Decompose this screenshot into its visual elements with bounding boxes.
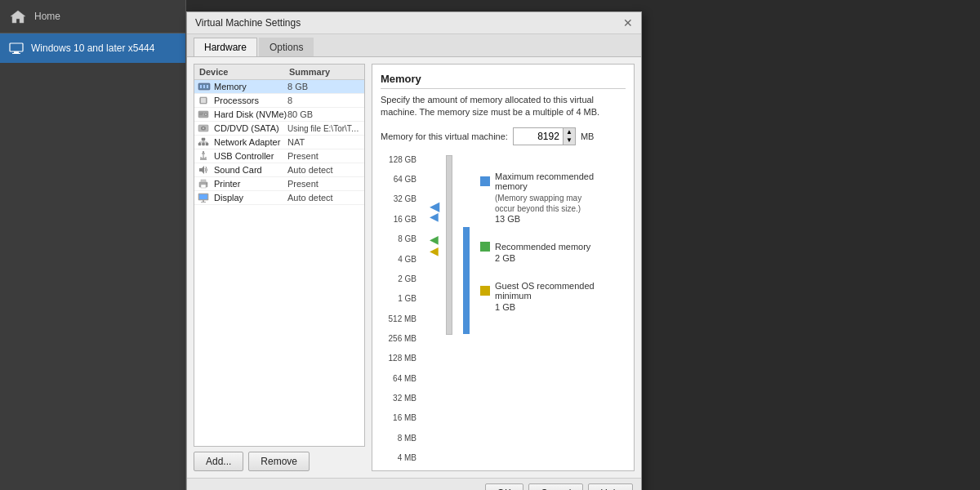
device-actions: Add... Remove [194, 452, 365, 471]
device-table-header: Device Summary [194, 65, 364, 80]
ok-button[interactable]: OK [485, 483, 523, 490]
device-row-memory[interactable]: Memory 8 GB [194, 80, 364, 94]
cddvd-icon [198, 123, 211, 133]
legend-max-row: Maximum recommended memory [480, 172, 626, 191]
svg-rect-25 [198, 143, 201, 145]
network-icon [198, 137, 211, 147]
svg-rect-37 [201, 180, 206, 182]
legend-max: Maximum recommended memory (Memory swapp… [480, 172, 626, 224]
device-summary-sound: Auto detect [287, 165, 361, 175]
add-button[interactable]: Add... [194, 452, 243, 471]
memory-spin-up[interactable]: ▲ [564, 128, 575, 136]
device-summary-printer: Present [287, 179, 361, 189]
svg-point-33 [203, 151, 204, 153]
device-name-display: Display [214, 193, 287, 203]
device-row-network[interactable]: Network Adapter NAT [194, 136, 364, 149]
close-button[interactable]: ✕ [623, 17, 633, 29]
device-row-harddisk[interactable]: Hard Disk (NVMe) 80 GB [194, 108, 364, 122]
legend-rec-color [480, 242, 490, 252]
svg-rect-27 [206, 143, 208, 145]
slider-labels: 128 GB 64 GB 32 GB 16 GB 8 GB 4 GB 2 GB … [381, 155, 420, 462]
legend-max-value: 13 GB [495, 214, 626, 224]
home-icon [8, 7, 28, 26]
device-summary-display: Auto detect [287, 193, 361, 203]
memory-panel: Memory Specify the amount of memory allo… [372, 64, 635, 471]
vm-icon [8, 40, 24, 56]
svg-point-18 [205, 114, 207, 115]
svg-rect-1 [10, 43, 23, 51]
remove-button[interactable]: Remove [248, 452, 310, 471]
legend-rec-label: Recommended memory [495, 242, 590, 252]
memory-spin-down[interactable]: ▼ [564, 136, 575, 145]
device-summary-usb: Present [287, 151, 361, 161]
slider-track[interactable] [446, 155, 452, 335]
col-device-header: Device [199, 67, 289, 77]
legend-area: Maximum recommended memory (Memory swapp… [480, 155, 626, 462]
device-row-usb[interactable]: USB Controller Present [194, 149, 364, 163]
svg-rect-41 [199, 194, 207, 199]
svg-rect-5 [200, 85, 202, 88]
processors-icon [198, 96, 211, 105]
device-row-processors[interactable]: Processors 8 [194, 94, 364, 108]
tab-hardware[interactable]: Hardware [194, 38, 257, 56]
dialog-footer: OK Cancel Help [187, 478, 641, 490]
device-row-sound[interactable]: Sound Card Auto detect [194, 163, 364, 177]
svg-rect-42 [203, 200, 204, 202]
display-icon [198, 193, 211, 203]
legend-rec-value: 2 GB [495, 253, 626, 263]
device-summary-network: NAT [287, 137, 361, 147]
svg-rect-19 [199, 113, 203, 114]
marker-guest-min: ◀ [430, 245, 439, 256]
usb-icon [198, 151, 211, 161]
device-name-harddisk: Hard Disk (NVMe) [214, 109, 287, 119]
help-button[interactable]: Help [588, 483, 633, 490]
device-summary-processors: 8 [287, 96, 361, 105]
device-name-network: Network Adapter [214, 137, 287, 147]
memory-description: Specify the amount of memory allocated t… [381, 94, 626, 119]
legend-guest-label: Guest OS recommended minimum [495, 281, 626, 301]
svg-rect-6 [203, 85, 205, 88]
svg-rect-26 [203, 143, 205, 145]
svg-rect-20 [199, 114, 203, 115]
device-summary-memory: 8 GB [287, 82, 361, 91]
printer-icon [198, 179, 211, 189]
legend-max-color [480, 176, 490, 186]
tab-options[interactable]: Options [259, 38, 314, 56]
col-summary-header: Summary [289, 67, 330, 77]
legend-guest-value: 1 GB [495, 302, 626, 312]
memory-spinners: ▲ ▼ [563, 128, 575, 145]
svg-rect-7 [207, 85, 208, 88]
device-panel: Device Summary [194, 64, 365, 471]
device-row-printer[interactable]: Printer Present [194, 177, 364, 191]
sidebar-item-vm[interactable]: Windows 10 and later x5444 [0, 33, 185, 63]
marker-current: ◀ [430, 211, 439, 222]
svg-rect-3 [12, 53, 20, 54]
memory-input-wrapper: ▲ ▼ [513, 127, 576, 145]
svg-point-23 [203, 127, 204, 129]
cancel-button[interactable]: Cancel [528, 483, 583, 490]
legend-guest: Guest OS recommended minimum 1 GB [480, 281, 626, 312]
memory-input-row: Memory for this virtual machine: ▲ ▼ MB [381, 127, 626, 145]
svg-rect-34 [200, 158, 207, 160]
sound-icon [198, 165, 211, 175]
device-row-display[interactable]: Display Auto detect [194, 191, 364, 205]
svg-marker-0 [11, 11, 25, 23]
device-rows: Memory 8 GB [194, 80, 364, 205]
dialog-body: Device Summary [187, 57, 641, 478]
sidebar: Home Windows 10 and later x5444 [0, 0, 186, 490]
sidebar-home-item[interactable]: Home [0, 0, 185, 33]
device-name-printer: Printer [214, 179, 287, 189]
device-summary-harddisk: 80 GB [287, 109, 361, 119]
device-name-sound: Sound Card [214, 165, 287, 175]
device-name-usb: USB Controller [214, 151, 287, 161]
memory-value-input[interactable] [514, 129, 563, 144]
legend-recommended: Recommended memory 2 GB [480, 242, 626, 263]
device-row-cddvd[interactable]: CD/DVD (SATA) Using file E:\Tor\Test OS\… [194, 122, 364, 136]
svg-rect-9 [201, 98, 206, 103]
dialog-title: Virtual Machine Settings [195, 17, 301, 29]
device-name-memory: Memory [214, 82, 287, 91]
svg-marker-35 [199, 166, 204, 174]
slider-fill [463, 227, 470, 334]
memory-unit: MB [581, 131, 595, 141]
svg-rect-2 [14, 51, 19, 53]
